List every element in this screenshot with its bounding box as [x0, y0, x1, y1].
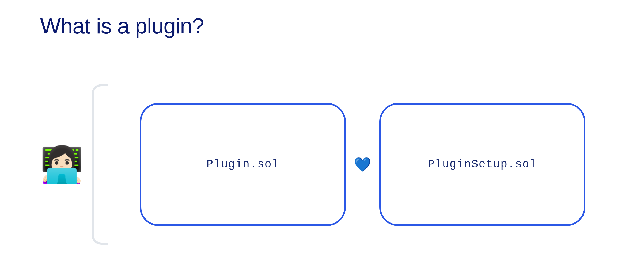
plugin-box: Plugin.sol	[140, 103, 346, 226]
diagram-area: 👩🏻‍💻 Plugin.sol 💙 PluginSetup.sol	[40, 80, 585, 249]
plugin-setup-label: PluginSetup.sol	[428, 158, 537, 171]
plugin-label: Plugin.sol	[206, 158, 279, 171]
heart-icon: 💙	[354, 156, 371, 173]
bracket-icon	[92, 84, 108, 245]
plugin-setup-box: PluginSetup.sol	[379, 103, 585, 226]
slide-title: What is a plugin?	[40, 13, 204, 39]
developer-icon: 👩🏻‍💻	[40, 147, 84, 182]
